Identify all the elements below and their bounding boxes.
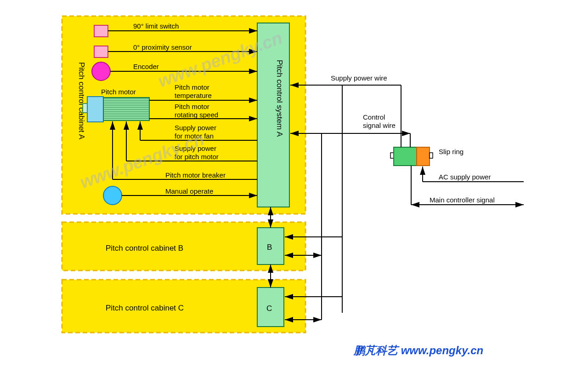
encoder-icon: [92, 62, 110, 80]
pitch-motor-icon: [83, 97, 149, 122]
cabinet-c-label: Pitch control cabinet C: [106, 304, 184, 312]
encoder-label: Encoder: [133, 63, 159, 70]
limit-switch-label: 90° limit switch: [133, 22, 179, 30]
motor-temp-label2: temperature: [175, 92, 212, 99]
system-b-label: B: [267, 243, 272, 252]
proximity-label: 0° proximity sensor: [133, 43, 192, 51]
control-signal-label2: signal wire: [363, 121, 396, 129]
limit-switch-icon: [94, 25, 108, 37]
manual-label: Manual operate: [165, 187, 213, 195]
pitch-control-diagram: Pitch control system A B C Pitch control…: [0, 0, 588, 368]
footer-credit: 鹏芃科艺 www.pengky.cn: [353, 344, 483, 356]
svg-rect-7: [103, 98, 149, 121]
svg-rect-21: [417, 147, 430, 166]
system-c-label: C: [266, 304, 272, 313]
pitch-motor-label: Pitch motor: [101, 88, 136, 96]
ac-power-label: AC supply power: [439, 173, 491, 181]
svg-rect-19: [390, 153, 394, 158]
svg-rect-5: [83, 104, 87, 113]
system-a-label: Pitch control system A: [275, 60, 284, 137]
cabinet-b-label: Pitch control cabinet B: [106, 244, 183, 253]
svg-rect-20: [394, 147, 417, 166]
slip-ring-icon: [390, 147, 433, 166]
motor-temp-label1: Pitch motor: [175, 83, 209, 91]
supply-power-label: Supply power wire: [331, 74, 387, 82]
control-signal-label1: Control: [363, 113, 385, 121]
svg-rect-22: [430, 153, 433, 158]
slip-ring-label: Slip ring: [439, 148, 464, 155]
manual-icon: [103, 186, 122, 205]
main-signal-label: Main controller signal: [430, 196, 495, 204]
proximity-icon: [94, 46, 108, 58]
motor-speed-label2: rotating speed: [175, 111, 218, 119]
breaker-label: Pitch motor breaker: [165, 171, 226, 179]
cabinet-a-label: Pitch control cabinet A: [77, 62, 86, 140]
svg-rect-6: [87, 97, 103, 122]
motor-speed-label1: Pitch motor: [175, 103, 209, 110]
